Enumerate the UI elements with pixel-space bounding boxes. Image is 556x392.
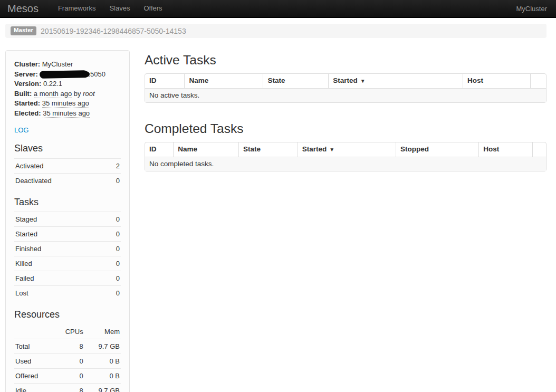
- column-header-name[interactable]: Name: [173, 142, 238, 157]
- stat-label: Finished: [14, 242, 102, 256]
- resource-mem: 0 B: [84, 353, 121, 368]
- stat-value: 0: [107, 173, 121, 188]
- column-header-blank: [530, 74, 546, 88]
- resource-row-used: Used 0 0 B: [14, 353, 121, 368]
- stat-label: Killed: [14, 256, 102, 271]
- started-time: 35 minutes ago: [42, 99, 89, 108]
- slaves-stat-table: Activated 2 Deactivated 0: [14, 158, 121, 188]
- resources-heading: Resources: [14, 309, 121, 321]
- stat-row-started: Started 0: [14, 227, 121, 242]
- nav-item-frameworks[interactable]: Frameworks: [51, 0, 103, 17]
- completed-tasks-empty-message: No completed tasks.: [145, 157, 546, 171]
- log-link[interactable]: LOG: [14, 126, 28, 134]
- stat-value: 0: [102, 227, 121, 242]
- server-port: :5050: [88, 70, 106, 78]
- stat-row-staged: Staged 0: [14, 212, 121, 227]
- navbar-cluster-name: MyCluster: [516, 5, 547, 13]
- main-content: Active Tasks ID Name State Started▼ Host…: [145, 50, 547, 190]
- info-started: Started: 35 minutes ago: [14, 99, 121, 109]
- active-tasks-header-row: ID Name State Started▼ Host: [145, 74, 546, 88]
- completed-tasks-title: Completed Tasks: [145, 122, 547, 136]
- built-by: by: [74, 90, 81, 98]
- resources-header-spacer: [14, 324, 53, 339]
- brand-mesos-link[interactable]: Mesos: [7, 3, 39, 15]
- stat-label: Staged: [14, 212, 102, 227]
- master-badge: Master: [11, 26, 36, 35]
- stat-value: 0: [102, 212, 121, 227]
- server-label: Server:: [14, 70, 38, 78]
- stat-row-deactivated: Deactivated 0: [14, 173, 121, 188]
- stat-value: 0: [102, 256, 121, 271]
- column-header-stopped[interactable]: Stopped: [396, 142, 478, 157]
- stat-value: 2: [107, 158, 121, 173]
- tasks-heading: Tasks: [14, 197, 121, 208]
- stat-row-finished: Finished 0: [14, 242, 121, 256]
- top-navbar: Mesos Frameworks Slaves Offers MyCluster: [0, 0, 556, 18]
- completed-tasks-header-row: ID Name State Started▼ Stopped Host: [145, 142, 546, 157]
- active-tasks-table: ID Name State Started▼ Host No active ta…: [145, 73, 547, 103]
- info-cluster: Cluster: MyCluster: [14, 60, 121, 70]
- nav-item-slaves[interactable]: Slaves: [102, 0, 137, 17]
- column-header-started-label: Started: [302, 145, 327, 153]
- nav-item-offers[interactable]: Offers: [137, 0, 169, 17]
- active-tasks-title: Active Tasks: [145, 53, 547, 68]
- stat-row-failed: Failed 0: [14, 271, 121, 286]
- sort-desc-icon: ▼: [329, 147, 334, 152]
- built-time: a month ago: [34, 90, 72, 98]
- active-tasks-empty-message: No active tasks.: [145, 88, 546, 102]
- info-version: Version: 0.22.1: [14, 79, 121, 89]
- resources-cpus-header: CPUs: [53, 324, 84, 339]
- resource-cpus: 8: [53, 383, 84, 392]
- active-tasks-empty-row: No active tasks.: [145, 88, 546, 102]
- column-header-state[interactable]: State: [238, 142, 298, 157]
- column-header-id[interactable]: ID: [145, 142, 173, 157]
- resources-header-row: CPUs Mem: [14, 324, 121, 339]
- resource-row-idle: Idle 8 9.7 GB: [14, 383, 121, 392]
- resource-cpus: 8: [53, 339, 84, 353]
- resource-row-offered: Offered 0 0 B: [14, 368, 121, 383]
- resource-label: Total: [14, 339, 53, 353]
- resource-mem: 9.7 GB: [84, 383, 121, 392]
- built-user: root: [83, 90, 94, 98]
- version-label: Version:: [14, 80, 41, 88]
- elected-time: 35 minutes ago: [43, 109, 90, 118]
- master-info-panel: Cluster: MyCluster Server: :5050 Version…: [5, 50, 130, 392]
- column-header-name[interactable]: Name: [184, 74, 263, 88]
- stat-label: Started: [14, 227, 102, 242]
- column-header-blank: [532, 142, 546, 157]
- stat-label: Lost: [14, 286, 102, 301]
- column-header-host[interactable]: Host: [478, 142, 532, 157]
- cluster-label: Cluster:: [14, 60, 40, 68]
- stat-row-activated: Activated 2: [14, 158, 121, 173]
- column-header-started[interactable]: Started▼: [328, 74, 463, 88]
- info-elected: Elected: 35 minutes ago: [14, 109, 121, 119]
- breadcrumb: Master 20150619-192346-1298446857-5050-1…: [5, 24, 547, 38]
- resource-cpus: 0: [53, 368, 84, 383]
- column-header-started-label: Started: [333, 77, 358, 84]
- info-built: Built: a month ago by root: [14, 89, 121, 99]
- tasks-stat-table: Staged 0 Started 0 Finished 0 Killed 0 F…: [14, 212, 121, 300]
- elected-label: Elected:: [14, 109, 41, 117]
- slaves-heading: Slaves: [14, 143, 121, 155]
- cluster-value: MyCluster: [42, 60, 73, 68]
- version-value: 0.22.1: [43, 80, 62, 88]
- completed-tasks-empty-row: No completed tasks.: [145, 157, 546, 171]
- stat-label: Deactivated: [14, 173, 107, 188]
- stat-value: 0: [102, 286, 121, 301]
- stat-value: 0: [102, 271, 121, 286]
- stat-row-killed: Killed 0: [14, 256, 121, 271]
- resource-label: Used: [14, 353, 53, 368]
- column-header-state[interactable]: State: [263, 74, 328, 88]
- master-id-text: 20150619-192346-1298446857-5050-14153: [41, 27, 186, 35]
- redacted-server-address: [40, 70, 88, 79]
- stat-label: Activated: [14, 158, 107, 173]
- column-header-started[interactable]: Started▼: [298, 142, 396, 157]
- info-server: Server: :5050: [14, 70, 121, 80]
- completed-tasks-table: ID Name State Started▼ Stopped Host No c…: [145, 142, 547, 171]
- resources-mem-header: Mem: [84, 324, 121, 339]
- resource-mem: 0 B: [84, 368, 121, 383]
- sort-desc-icon: ▼: [360, 78, 366, 84]
- built-label: Built:: [14, 90, 32, 98]
- column-header-host[interactable]: Host: [463, 74, 530, 88]
- column-header-id[interactable]: ID: [145, 74, 184, 88]
